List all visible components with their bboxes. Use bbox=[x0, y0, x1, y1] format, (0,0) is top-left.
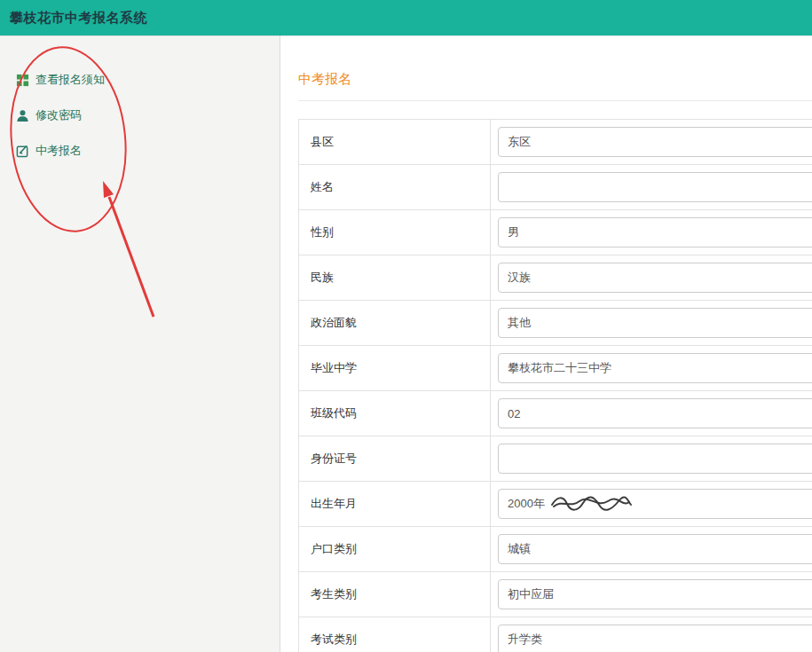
sidebar-item-label: 查看报名须知 bbox=[35, 72, 105, 88]
main-content: 中考报名 县区 姓名 性别 民族 政治面貌 毕业中学 bbox=[281, 35, 812, 652]
form-input-3[interactable] bbox=[498, 217, 812, 247]
app-header: 攀枝花市中考报名系统 bbox=[0, 0, 812, 35]
form-input-1[interactable] bbox=[498, 127, 812, 157]
title-divider bbox=[298, 100, 812, 101]
edit-icon bbox=[16, 145, 29, 158]
form-input-9[interactable] bbox=[498, 489, 812, 519]
sidebar-item-label: 修改密码 bbox=[35, 107, 82, 123]
table-row: 毕业中学 bbox=[299, 346, 812, 391]
sidebar: 查看报名须知 修改密码 中考报名 bbox=[0, 35, 280, 652]
grid-icon bbox=[16, 74, 29, 87]
form-input-cell bbox=[491, 165, 812, 210]
form-input-cell bbox=[491, 391, 812, 436]
form-input-cell bbox=[491, 120, 812, 165]
user-icon bbox=[16, 109, 29, 122]
table-row: 民族 bbox=[299, 255, 812, 301]
form-input-4[interactable] bbox=[498, 263, 812, 293]
form-label: 民族 bbox=[299, 255, 491, 301]
form-input-10[interactable] bbox=[498, 534, 812, 564]
sidebar-item-change-password[interactable]: 修改密码 bbox=[0, 98, 280, 133]
form-input-cell bbox=[491, 436, 812, 482]
page-title: 中考报名 bbox=[298, 71, 812, 88]
form-label: 班级代码 bbox=[299, 391, 491, 436]
form-input-cell bbox=[491, 210, 812, 255]
form-label: 考生类别 bbox=[299, 572, 491, 617]
sidebar-item-label: 中考报名 bbox=[35, 143, 82, 159]
form-input-5[interactable] bbox=[498, 308, 812, 338]
form-input-2[interactable] bbox=[498, 172, 812, 202]
table-row: 性别 bbox=[299, 210, 812, 255]
form-label: 姓名 bbox=[299, 165, 491, 210]
form-input-7[interactable] bbox=[498, 398, 812, 428]
form-input-cell bbox=[491, 482, 812, 527]
form-label: 出生年月 bbox=[299, 482, 491, 527]
registration-form-table: 县区 姓名 性别 民族 政治面貌 毕业中学 bbox=[298, 119, 812, 652]
form-input-cell bbox=[491, 527, 812, 572]
table-row: 出生年月 bbox=[299, 482, 812, 527]
form-label: 考试类别 bbox=[299, 617, 491, 652]
form-label: 身份证号 bbox=[299, 436, 491, 482]
form-label: 县区 bbox=[299, 120, 491, 165]
form-input-cell bbox=[491, 346, 812, 391]
app-title: 攀枝花市中考报名系统 bbox=[0, 10, 147, 27]
table-row: 身份证号 bbox=[299, 436, 812, 482]
table-row: 县区 bbox=[299, 120, 812, 165]
table-row: 姓名 bbox=[299, 165, 812, 210]
form-label: 毕业中学 bbox=[299, 346, 491, 391]
sidebar-item-exam-register[interactable]: 中考报名 bbox=[0, 133, 280, 169]
form-input-6[interactable] bbox=[498, 353, 812, 383]
sidebar-item-view-notice[interactable]: 查看报名须知 bbox=[0, 62, 280, 98]
table-row: 户口类别 bbox=[299, 527, 812, 572]
form-input-cell bbox=[491, 301, 812, 346]
table-row: 考试类别 bbox=[299, 617, 812, 652]
form-table-body: 县区 姓名 性别 民族 政治面貌 毕业中学 bbox=[299, 120, 812, 652]
table-row: 政治面貌 bbox=[299, 301, 812, 346]
form-input-12[interactable] bbox=[498, 625, 812, 652]
form-label: 户口类别 bbox=[299, 527, 491, 572]
form-label: 政治面貌 bbox=[299, 301, 491, 346]
table-row: 班级代码 bbox=[299, 391, 812, 436]
form-input-cell bbox=[491, 572, 812, 617]
form-label: 性别 bbox=[299, 210, 491, 255]
form-input-cell bbox=[491, 255, 812, 301]
form-input-11[interactable] bbox=[498, 579, 812, 609]
table-row: 考生类别 bbox=[299, 572, 812, 617]
form-input-cell bbox=[491, 617, 812, 652]
form-input-8[interactable] bbox=[498, 444, 812, 474]
